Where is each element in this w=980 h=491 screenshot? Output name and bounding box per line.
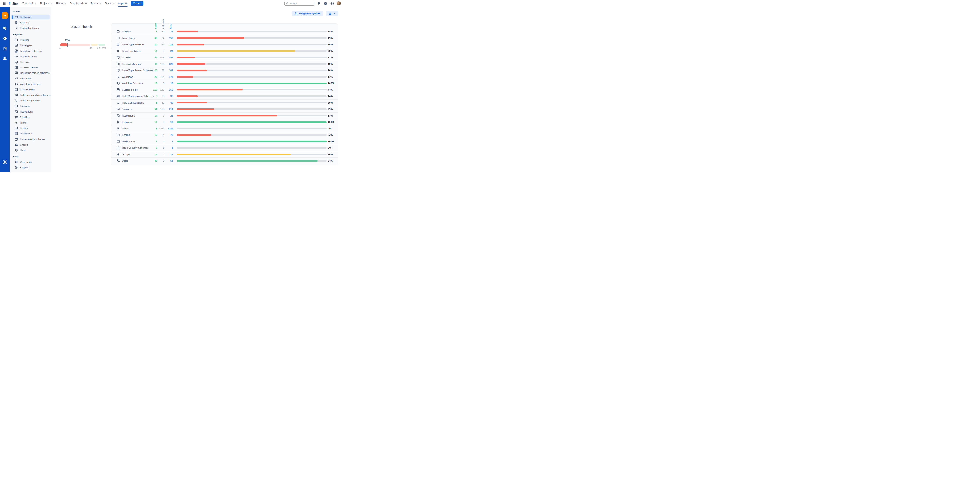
notifications-button[interactable] xyxy=(316,1,321,6)
card-flow-icon xyxy=(3,26,7,30)
sidebar-item-filters[interactable]: Filters xyxy=(10,120,51,125)
table-row-issue-link-types[interactable]: Issue Link Types 19 5 24 79% xyxy=(111,48,338,54)
user-avatar[interactable] xyxy=(336,1,341,6)
rail-item-people[interactable] xyxy=(2,55,8,62)
search-icon xyxy=(286,2,289,5)
table-row-resolutions[interactable]: Resolutions 14 7 21 67% xyxy=(111,112,338,119)
sidebar-item-dashboards[interactable]: Dashboards xyxy=(10,131,51,136)
clipboard-check-icon xyxy=(3,46,7,51)
sidebar-item-issue-link-types[interactable]: Issue link types xyxy=(10,54,51,59)
table-row-issue-security-schemes[interactable]: Issue Security Schemes 0 1 1 0% xyxy=(111,145,338,151)
table-row-field-configurations[interactable]: Field Configurations 8 32 40 20% xyxy=(111,99,338,106)
row-usage-bar xyxy=(177,57,326,58)
sidebar-item-priorities[interactable]: Priorities xyxy=(10,114,51,120)
sidebar-item-screen-schemes[interactable]: Screen schemes xyxy=(10,65,51,70)
table-row-workflows[interactable]: Workflows 20 154 174 11% xyxy=(111,73,338,80)
user-guide-icon xyxy=(14,160,18,164)
create-button[interactable]: Create xyxy=(130,1,143,6)
table-row-workflow-schemes[interactable]: Workflow Schemes 19 0 19 100% xyxy=(111,80,338,86)
row-total-count: 35 xyxy=(164,30,173,33)
sidebar-item-issue-type-schemes[interactable]: Issue type schemes xyxy=(10,48,51,54)
sliders-icon xyxy=(14,99,18,102)
rail-item-circle-tasks[interactable] xyxy=(2,35,8,41)
sidebar-item-project-lighthouse[interactable]: Project lighthouse xyxy=(10,25,51,31)
nav-menu-dashboards[interactable]: Dashboards xyxy=(68,0,89,7)
row-name: Screen Schemes xyxy=(122,63,151,65)
table-row-dashboards[interactable]: Dashboards 2 0 2 100% xyxy=(111,138,338,145)
table-row-users[interactable]: Users 48 3 51 94% xyxy=(111,158,338,164)
jira-logo[interactable]: Jira xyxy=(8,2,18,5)
table-row-priorities[interactable]: Priorities 10 0 10 100% xyxy=(111,119,338,125)
nav-menu-teams[interactable]: Teams xyxy=(89,0,103,7)
table-row-field-configuration-schemes[interactable]: Field Configuration Schemes 5 30 35 14% xyxy=(111,93,338,99)
help-button[interactable]: ? xyxy=(323,1,328,6)
table-row-issue-types[interactable]: Issue Types 68 84 152 45% xyxy=(111,35,338,41)
priorities-icon xyxy=(116,120,120,124)
cycle-icon xyxy=(116,81,120,85)
rail-item-docboard-app[interactable] xyxy=(2,12,8,19)
row-not-used-count: 3 xyxy=(157,159,164,162)
table-row-boards[interactable]: Boards 16 54 70 23% xyxy=(111,132,338,138)
row-total-count: 112 xyxy=(164,43,173,46)
table-row-issue-type-schemes[interactable]: Issue Type Schemes 20 92 112 18% xyxy=(111,41,338,48)
nav-menu-filters[interactable]: Filters xyxy=(54,0,68,7)
row-usage-bar-fill xyxy=(177,31,198,32)
search-input[interactable] xyxy=(290,2,312,5)
diagnose-system-button[interactable]: Diagnose system xyxy=(292,11,323,16)
sidebar-item-issue-type-screen-schemes[interactable]: Issue type screen schemes xyxy=(10,70,51,76)
table-row-statuses[interactable]: Statuses 54 160 214 25% xyxy=(111,106,338,112)
sidebar-item-projects[interactable]: Projects xyxy=(10,37,51,43)
rail-item-card-flow[interactable] xyxy=(2,25,8,32)
sidebar-item-resolutions[interactable]: Resolutions xyxy=(10,109,51,114)
rail-item-clipboard-check[interactable] xyxy=(2,45,8,52)
sidebar-item-support[interactable]: Support xyxy=(10,165,51,171)
row-total-count: 21 xyxy=(164,114,173,117)
row-used-count: 110 xyxy=(151,88,157,91)
nav-menu-projects[interactable]: Projects xyxy=(38,0,54,7)
sidebar-item-field-configurations[interactable]: Field configurations xyxy=(10,98,51,104)
product-name: Jira xyxy=(12,2,18,5)
table-row-filters[interactable]: Filters 3 1279 1282 0% xyxy=(111,125,338,132)
gear-icon xyxy=(331,2,334,5)
sidebar-item-groups[interactable]: Groups xyxy=(10,142,51,147)
row-usage-bar-fill xyxy=(177,102,207,104)
sidebar-item-custom-fields[interactable]: Custom fields xyxy=(10,87,51,92)
row-usage-bar-fill xyxy=(177,50,295,52)
table-row-projects[interactable]: Projects 5 30 35 14% xyxy=(111,28,338,35)
nav-menu-your-work[interactable]: Your work xyxy=(20,0,38,7)
app-switcher-icon[interactable] xyxy=(2,1,7,6)
row-usage-percent: 18% xyxy=(328,43,337,46)
gauge-marker xyxy=(67,43,68,47)
table-row-screens[interactable]: Screens 58 439 497 12% xyxy=(111,54,338,61)
row-usage-percent: 100% xyxy=(328,140,337,143)
download-menu-button[interactable] xyxy=(326,11,338,16)
nav-menu-apps[interactable]: Apps xyxy=(116,0,129,7)
sidebar-item-screens[interactable]: Screens xyxy=(10,59,51,65)
sidebar-item-workflow-schemes[interactable]: Workflow schemes xyxy=(10,81,51,87)
sidebar-item-field-configuration-schemes[interactable]: Field configuration schemes xyxy=(10,92,51,98)
sidebar-item-audit-log[interactable]: Audit log xyxy=(10,20,51,25)
row-usage-bar xyxy=(177,70,326,71)
nav-menu-plans[interactable]: Plans xyxy=(103,0,116,7)
table-row-issue-type-screen-schemes[interactable]: Issue Type Screen Schemes 20 81 101 20% xyxy=(111,67,338,73)
sidebar-item-issue-security-schemes[interactable]: Issue security schemes xyxy=(10,136,51,142)
table-row-screen-schemes[interactable]: Screen Schemes 43 186 229 19% xyxy=(111,61,338,67)
table-row-groups[interactable]: Groups 13 4 17 76% xyxy=(111,151,338,158)
sidebar-item-workflows[interactable]: Workflows xyxy=(10,76,51,81)
rail-settings-button[interactable] xyxy=(2,159,8,165)
monitor-check-icon xyxy=(116,69,120,72)
sidebar-item-users[interactable]: Users xyxy=(10,147,51,153)
sidebar-item-statuses[interactable]: Statuses xyxy=(10,104,51,109)
sidebar-item-docboard[interactable]: Docboard xyxy=(10,14,51,20)
sidebar-item-boards[interactable]: Boards xyxy=(10,126,51,131)
sidebar-item-user-guide[interactable]: User guide xyxy=(10,159,51,165)
row-total-count: 101 xyxy=(164,69,173,72)
row-used-count: 20 xyxy=(151,76,157,78)
table-row-custom-fields[interactable]: Custom Fields 110 142 252 44% xyxy=(111,86,338,93)
row-usage-bar-fill xyxy=(177,44,204,45)
groups-icon xyxy=(14,143,18,147)
sidebar-item-issue-types[interactable]: Issue types xyxy=(10,43,51,48)
settings-button[interactable] xyxy=(329,1,335,6)
monitor-check-icon xyxy=(14,71,18,75)
lighthouse-icon xyxy=(14,26,18,30)
